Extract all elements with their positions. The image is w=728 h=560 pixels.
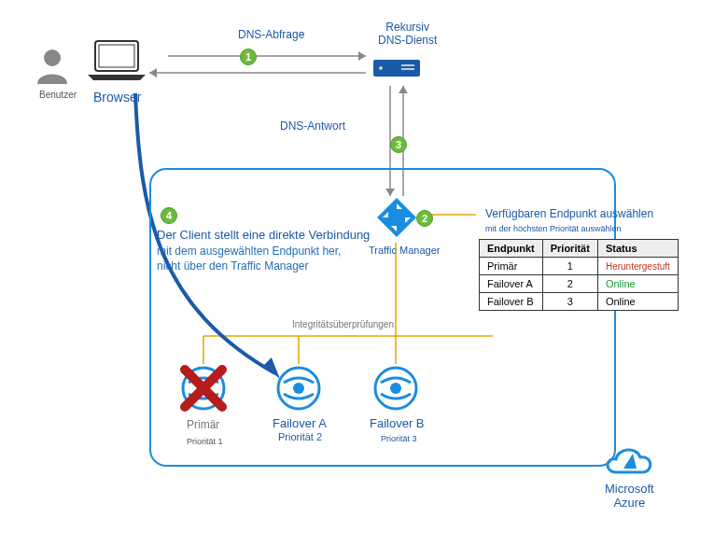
svg-point-20	[379, 66, 383, 70]
badge-2: 2	[416, 210, 433, 227]
badge-1: 1	[240, 49, 257, 65]
svg-marker-7	[399, 86, 408, 93]
user-label: Benutzer	[39, 90, 77, 100]
select-endpoint-sub: mit der höchsten Priorität auswählen	[485, 224, 622, 233]
client-direct-line2: mit dem ausgewählten Endpunkt her,	[157, 245, 341, 258]
svg-rect-21	[401, 64, 414, 66]
svg-marker-3	[149, 68, 157, 77]
table-row: Failover A 2 Online	[480, 275, 679, 293]
traffic-manager-icon	[375, 196, 418, 239]
traffic-manager-label: Traffic Manager	[369, 245, 440, 256]
dns-query-label: DNS-Abfrage	[238, 28, 304, 41]
select-endpoint-label: Verfügbaren Endpunkt auswählen	[485, 207, 653, 220]
svg-rect-22	[401, 68, 414, 70]
svg-rect-18	[99, 45, 134, 67]
table-header-row: Endpunkt Priorität Status	[480, 240, 679, 258]
browser-label: Browser	[93, 90, 141, 105]
client-direct-line1: Der Client stellt eine direkte Verbindun…	[157, 228, 370, 242]
endpoint-failover-a-priority: Priorität 2	[278, 431, 322, 442]
endpoint-failover-b-name: Failover B	[370, 416, 425, 430]
svg-point-16	[44, 49, 61, 66]
th-priority: Priorität	[542, 240, 597, 258]
client-direct-line3: nicht über den Traffic Manager	[157, 259, 309, 273]
badge-3: 3	[390, 136, 407, 153]
endpoint-failover-b-icon	[371, 364, 420, 413]
azure-cloud-icon	[599, 442, 655, 482]
endpoint-failover-a-name: Failover A	[273, 416, 327, 430]
table-row: Primär 1 Heruntergestuft	[480, 258, 679, 275]
endpoint-primary-name: Primär	[187, 418, 219, 431]
svg-point-32	[390, 383, 401, 394]
user-icon	[35, 47, 69, 84]
endpoint-table: Endpunkt Priorität Status Primär 1 Herun…	[479, 239, 679, 311]
endpoint-primary-priority: Priorität 1	[187, 437, 223, 446]
badge-4: 4	[161, 207, 177, 224]
endpoint-failover-b-priority: Priorität 3	[381, 434, 417, 443]
dns-answer-label: DNS-Antwort	[280, 119, 345, 133]
laptop-icon	[84, 37, 149, 84]
azure-label: Microsoft Azure	[605, 482, 654, 510]
recursive-dns-label: Rekursiv DNS-Dienst	[378, 21, 437, 47]
health-checks-label: Integritätsüberprüfungen	[292, 319, 394, 329]
th-endpoint: Endpunkt	[480, 240, 543, 258]
svg-marker-1	[358, 51, 366, 61]
endpoint-failover-a-icon	[274, 364, 323, 413]
svg-marker-33	[623, 454, 637, 469]
table-row: Failover B 3 Online	[480, 293, 679, 311]
svg-point-30	[293, 383, 304, 394]
th-status: Status	[597, 240, 678, 258]
dns-server-icon	[373, 56, 420, 80]
endpoint-primary-icon	[179, 364, 228, 413]
